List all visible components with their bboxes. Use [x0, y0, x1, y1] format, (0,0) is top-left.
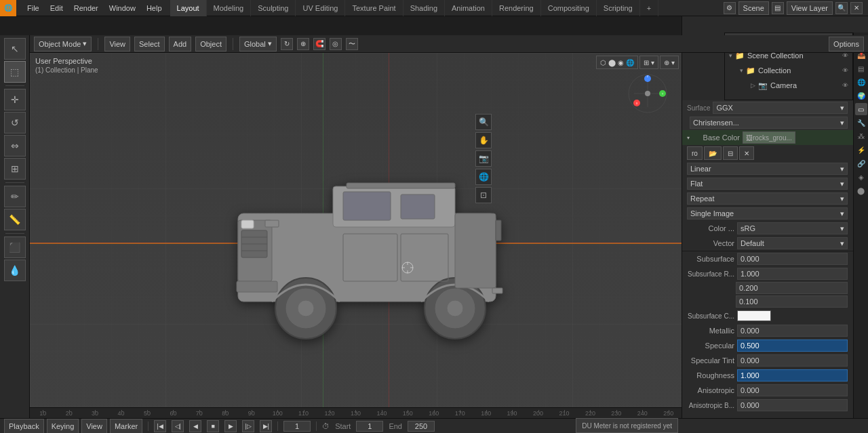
- visibility-icon-scene[interactable]: 👁: [842, 52, 848, 59]
- prop-scene-icon[interactable]: 🌐: [855, 76, 867, 88]
- prev-keyframe-btn[interactable]: ◁|: [172, 420, 184, 432]
- subsurface-r1-value[interactable]: 1.000: [737, 268, 848, 280]
- view-menu-timeline[interactable]: View: [81, 419, 107, 434]
- tex-unlink-btn[interactable]: ✕: [739, 146, 754, 160]
- transform-icon2[interactable]: ⊕: [297, 38, 309, 50]
- expand-arrow-base[interactable]: ▾: [687, 135, 690, 141]
- close-icon[interactable]: ✕: [850, 2, 863, 14]
- roughness-value[interactable]: 1.000: [737, 369, 848, 382]
- tex-browse-btn[interactable]: ⊟: [723, 146, 738, 160]
- play-reverse-btn[interactable]: ◀: [189, 420, 201, 432]
- linear-dropdown[interactable]: Linear ▾: [687, 163, 848, 175]
- view-adjust-icon[interactable]: ⊡: [475, 187, 492, 203]
- gizmo-toggle[interactable]: ⊕ ▾: [660, 56, 679, 69]
- du-meter-notification[interactable]: DU Meter is not registered yet: [576, 418, 678, 433]
- view-layer-selector[interactable]: View Layer: [787, 1, 833, 15]
- tool-transform[interactable]: ⊞: [4, 158, 26, 180]
- tab-scripting[interactable]: Scripting: [597, 0, 640, 16]
- tab-uv-editing[interactable]: UV Editing: [296, 0, 345, 16]
- start-frame-field[interactable]: 1: [356, 421, 383, 432]
- prop-modifier-icon[interactable]: 🔧: [855, 117, 867, 129]
- anisotropic-value[interactable]: 0.000: [737, 384, 848, 396]
- menu-window[interactable]: Window: [104, 0, 141, 16]
- camera-icon[interactable]: 📷: [475, 150, 492, 167]
- jump-end-btn[interactable]: ▶|: [260, 420, 272, 432]
- repeat-dropdown[interactable]: Repeat ▾: [687, 192, 848, 205]
- prop-physics-icon[interactable]: ⚡: [855, 144, 867, 156]
- tab-layout[interactable]: Layout: [170, 0, 207, 16]
- options-btn[interactable]: Options: [829, 37, 864, 51]
- visibility-icon-col[interactable]: 👁: [842, 67, 848, 74]
- prop-constraint-icon[interactable]: 🔗: [855, 157, 867, 169]
- vector-dropdown[interactable]: Default ▾: [737, 237, 848, 249]
- end-frame-field[interactable]: 250: [408, 421, 435, 432]
- transform-icon1[interactable]: ↻: [281, 38, 293, 50]
- tool-eyedropper[interactable]: 💧: [4, 260, 26, 281]
- scene-selector[interactable]: Scene: [738, 1, 769, 15]
- tool-scale[interactable]: ⇔: [4, 135, 26, 157]
- specular-value[interactable]: 0.500: [737, 339, 848, 352]
- transform-global[interactable]: Global ▾: [239, 37, 277, 51]
- metallic-value[interactable]: 0.000: [737, 325, 848, 337]
- zoom-in-icon[interactable]: 🔍: [475, 114, 492, 130]
- tab-sculpting[interactable]: Sculpting: [251, 0, 296, 16]
- visibility-icon-cam[interactable]: 👁: [842, 82, 848, 89]
- subsurface-r3-value[interactable]: 0.100: [736, 295, 848, 308]
- tool-annotate[interactable]: ✏: [4, 186, 26, 207]
- outliner-item-collection[interactable]: ▾ 📁 Collection 👁: [725, 63, 852, 78]
- colorspace-dropdown[interactable]: sRG ▾: [737, 222, 848, 234]
- anisotropic-b-value[interactable]: 0.000: [737, 399, 848, 411]
- next-keyframe-btn[interactable]: |▷: [242, 420, 254, 432]
- overlay-toggle[interactable]: ⊞ ▾: [639, 56, 658, 69]
- marker-menu[interactable]: Marker: [110, 419, 142, 434]
- prop-object-icon[interactable]: ▭: [855, 103, 867, 115]
- navigation-gizmo[interactable]: Z Y X: [627, 73, 668, 114]
- tool-add-cube[interactable]: ⬛: [4, 236, 26, 258]
- single-image-dropdown[interactable]: Single Image ▾: [687, 207, 848, 220]
- tool-rotate[interactable]: ↺: [4, 112, 26, 133]
- tab-shading[interactable]: Shading: [403, 0, 445, 16]
- tab-compositing[interactable]: Compositing: [541, 0, 597, 16]
- playback-menu[interactable]: Playback: [4, 419, 44, 434]
- current-frame-field[interactable]: 1: [283, 421, 311, 432]
- keying-menu[interactable]: Keying: [47, 419, 79, 434]
- prop-material-icon[interactable]: ⬤: [855, 184, 867, 197]
- viewport-shading-icons[interactable]: ⬡ ⬤ ◉ 🌐: [596, 56, 638, 69]
- subsurface-color-swatch[interactable]: [737, 310, 771, 321]
- prop-particles-icon[interactable]: ⁂: [855, 130, 867, 142]
- tool-cursor[interactable]: ↖: [4, 38, 26, 60]
- view-menu[interactable]: View: [104, 37, 130, 51]
- select-menu[interactable]: Select: [134, 37, 165, 51]
- path-icon[interactable]: 〜: [346, 38, 358, 50]
- add-menu[interactable]: Add: [169, 37, 192, 51]
- blender-logo[interactable]: 🌐: [0, 0, 16, 16]
- scene-icon[interactable]: ⚙: [724, 2, 736, 14]
- specular-tint-value[interactable]: 0.000: [737, 354, 848, 367]
- base-color-texture[interactable]: 🖼 rocks_grou...: [743, 131, 795, 144]
- flat-dropdown[interactable]: Flat ▾: [687, 178, 848, 190]
- menu-help[interactable]: Help: [141, 0, 167, 16]
- viewport-3d[interactable]: User Perspective (1) Collection | Plane …: [30, 53, 682, 418]
- tab-add[interactable]: +: [640, 0, 658, 16]
- stop-btn[interactable]: ■: [207, 420, 219, 432]
- jump-start-btn[interactable]: |◀: [154, 420, 166, 432]
- pan-icon[interactable]: ✋: [475, 132, 492, 148]
- menu-render[interactable]: Render: [68, 0, 104, 16]
- prop-view-layer-icon[interactable]: ▤: [855, 62, 867, 75]
- distribution-dropdown[interactable]: Christensen... ▾: [690, 117, 848, 129]
- proportional-icon[interactable]: ◎: [330, 38, 342, 50]
- tab-rendering[interactable]: Rendering: [492, 0, 541, 16]
- prop-data-icon[interactable]: ◈: [855, 171, 867, 183]
- object-mode-dropdown[interactable]: Object Mode ▾: [34, 37, 92, 51]
- tex-new-btn[interactable]: ro: [687, 146, 703, 160]
- object-menu[interactable]: Object: [195, 37, 226, 51]
- play-btn[interactable]: ▶: [224, 420, 237, 432]
- outliner-item-camera[interactable]: ▷ 📷 Camera 👁: [725, 78, 852, 93]
- tab-modeling[interactable]: Modeling: [207, 0, 252, 16]
- menu-file[interactable]: File: [22, 0, 45, 16]
- tool-move[interactable]: ✛: [4, 89, 26, 110]
- prop-world-icon[interactable]: 🌍: [855, 89, 867, 102]
- render-icon[interactable]: 🌐: [475, 169, 492, 185]
- tool-select-box[interactable]: ⬚: [4, 61, 26, 83]
- subsurface-r2-value[interactable]: 0.200: [736, 282, 848, 294]
